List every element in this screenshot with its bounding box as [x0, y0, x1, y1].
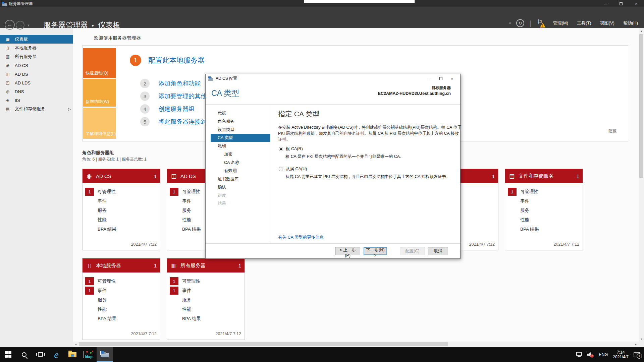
quick-start-block[interactable]: 快速启动(Q) — [83, 48, 116, 78]
tile-row[interactable]: BPA 结果 — [167, 314, 245, 323]
clock[interactable]: 7:14 2021/4/7 — [613, 350, 629, 359]
learn-more-block[interactable]: 了解详细信息(L) — [83, 108, 116, 139]
tile-row[interactable]: BPA 结果 — [83, 314, 160, 323]
file-explorer-button[interactable] — [64, 347, 80, 362]
back-arrow-icon[interactable]: ← — [5, 20, 15, 30]
scroll-right-icon[interactable]: ▸ — [633, 342, 639, 347]
tile-row[interactable]: 服务 — [83, 206, 160, 215]
dialog-titlebar[interactable]: AD CS 配置 – × — [206, 74, 460, 83]
tile-header[interactable]: ◉ AD CS 1 — [83, 169, 160, 183]
wizard-step[interactable]: 加密 — [211, 150, 270, 159]
maximize-icon[interactable] — [435, 75, 446, 82]
volume-muted-icon[interactable]: × — [587, 352, 594, 357]
server-manager-button[interactable] — [97, 347, 113, 362]
wizard-step[interactable]: CA 名称 — [211, 159, 270, 167]
tile-header[interactable]: ▯ 本地服务器 1 — [83, 258, 160, 273]
wizard-step[interactable]: 确认 — [211, 183, 270, 192]
tile-row[interactable]: 1 可管理性 — [505, 187, 583, 196]
radio-root-ca[interactable]: 根 CA(R) — [279, 146, 303, 152]
minimize-icon[interactable]: – — [424, 75, 435, 82]
expand-arrow-icon[interactable]: ▷ — [68, 107, 71, 111]
wizard-button[interactable]: 下一步(N) > — [364, 247, 387, 255]
menu-item[interactable]: 工具(T) — [577, 20, 591, 26]
horizontal-scroll-thumb[interactable] — [79, 342, 448, 346]
tile-row[interactable]: 1 事件 — [83, 286, 160, 295]
tile-row[interactable]: 1 可管理性 — [83, 277, 160, 286]
more-info-link[interactable]: 有关 CA 类型的更多信息 — [278, 235, 324, 240]
vertical-scrollbar[interactable]: ▴ ▾ — [639, 28, 644, 342]
wizard-step[interactable]: 证书数据库 — [211, 175, 270, 183]
menu-item[interactable]: 视图(V) — [600, 20, 614, 26]
maximize-icon[interactable] — [613, 0, 629, 7]
tile-row[interactable]: BPA 结果 — [83, 225, 160, 234]
welcome-step-link[interactable]: 将此服务器连接到 — [158, 118, 207, 126]
ldap-app-button[interactable]: ldap — [80, 347, 97, 362]
tile-row[interactable]: 性能 — [505, 215, 583, 225]
tile-row[interactable]: 服务 — [505, 206, 583, 215]
wizard-step[interactable]: 进度 — [211, 191, 270, 200]
scroll-left-icon[interactable]: ◂ — [73, 342, 78, 347]
wizard-step[interactable]: 有效期 — [211, 167, 270, 175]
vertical-scroll-thumb[interactable] — [639, 34, 643, 178]
sidebar-item[interactable]: ◉ AD CS — [0, 61, 73, 70]
welcome-step-link[interactable]: 添加角色和功能 — [158, 79, 201, 87]
tile-row[interactable]: 服务 — [83, 295, 160, 305]
sidebar-item[interactable]: ◰ AD LDS — [0, 78, 73, 87]
tile-header[interactable]: ▥ 所有服务器 1 — [167, 258, 245, 273]
sidebar-item[interactable]: ▯ 本地服务器 — [0, 44, 73, 52]
wizard-step[interactable]: 凭据 — [211, 109, 270, 118]
wizard-step[interactable]: 角色服务 — [211, 118, 270, 126]
tile-row[interactable]: 性能 — [167, 305, 245, 314]
chevron-down-icon[interactable]: ▾ — [509, 21, 511, 25]
wizard-step[interactable]: 私钥 — [211, 142, 270, 150]
tile-row[interactable]: 事件 — [83, 196, 160, 206]
sidebar-item[interactable]: ▤ 文件和存储服务 ▷ — [0, 105, 73, 113]
wizard-button[interactable]: 配置(C) — [400, 247, 425, 255]
action-center-icon[interactable]: 1 — [634, 352, 640, 357]
scroll-down-icon[interactable]: ▾ — [639, 336, 644, 342]
sidebar-item[interactable]: ◈ IIS — [0, 96, 73, 105]
close-icon[interactable]: × — [446, 75, 458, 82]
notifications-flag-icon[interactable]: ⚐ — [537, 18, 546, 28]
menu-item[interactable]: 帮助(H) — [623, 20, 638, 26]
start-button[interactable] — [0, 347, 16, 362]
radio-subordinate-ca[interactable]: 从属 CA(U) — [279, 166, 307, 172]
minimize-icon[interactable]: – — [598, 0, 613, 7]
whats-new-block[interactable]: 新增功能(W) — [83, 79, 116, 107]
radio-icon[interactable] — [279, 167, 283, 171]
sidebar-item[interactable]: ▦ 仪表板 — [0, 35, 73, 44]
wizard-button[interactable]: < 上一步(P) — [335, 247, 360, 255]
sidebar-item[interactable]: ▥ 所有服务器 — [0, 52, 73, 61]
tile-row[interactable]: 1 可管理性 — [83, 187, 160, 196]
tile-row[interactable]: 1 事件 — [167, 286, 245, 295]
tile-row[interactable]: 事件 — [505, 196, 583, 206]
search-button[interactable] — [16, 347, 32, 362]
tile-row[interactable]: 1 可管理性 — [167, 277, 245, 286]
wizard-button[interactable]: 取消 — [428, 247, 448, 255]
sidebar-item[interactable]: ◫ AD DS — [0, 70, 73, 78]
tile-row[interactable]: 服务 — [167, 295, 245, 305]
welcome-step-link[interactable]: 创建服务器组 — [158, 105, 195, 113]
hide-link[interactable]: 隐藏 — [608, 128, 616, 134]
close-icon[interactable]: × — [629, 0, 644, 7]
sidebar-item[interactable]: ◎ DNS — [0, 87, 73, 96]
wizard-step[interactable]: 结果 — [211, 200, 270, 208]
menu-item[interactable]: 管理(M) — [553, 20, 569, 26]
tile-row[interactable]: 性能 — [83, 305, 160, 314]
scroll-up-icon[interactable]: ▴ — [639, 28, 644, 34]
tile-row[interactable]: BPA 结果 — [505, 225, 583, 234]
wizard-step[interactable]: 设置类型 — [211, 126, 270, 134]
refresh-icon[interactable]: ↻ — [516, 19, 524, 27]
history-caret-icon[interactable]: ▾ — [28, 23, 30, 27]
breadcrumb-current[interactable]: 仪表板 — [98, 20, 120, 30]
radio-icon[interactable] — [279, 147, 283, 151]
forward-arrow-icon[interactable]: → — [16, 21, 24, 29]
welcome-step-link[interactable]: 添加要管理的其他 — [158, 92, 207, 100]
configure-local-server-link[interactable]: 配置此本地服务器 — [148, 56, 205, 65]
tile-header[interactable]: ▤ 文件和存储服务 1 — [505, 169, 583, 183]
language-indicator[interactable]: ENG — [599, 352, 608, 357]
task-view-button[interactable] — [32, 347, 48, 362]
horizontal-scrollbar[interactable]: ◂ ▸ — [73, 342, 639, 347]
network-icon[interactable] — [576, 352, 582, 357]
tile-row[interactable]: 性能 — [83, 215, 160, 225]
